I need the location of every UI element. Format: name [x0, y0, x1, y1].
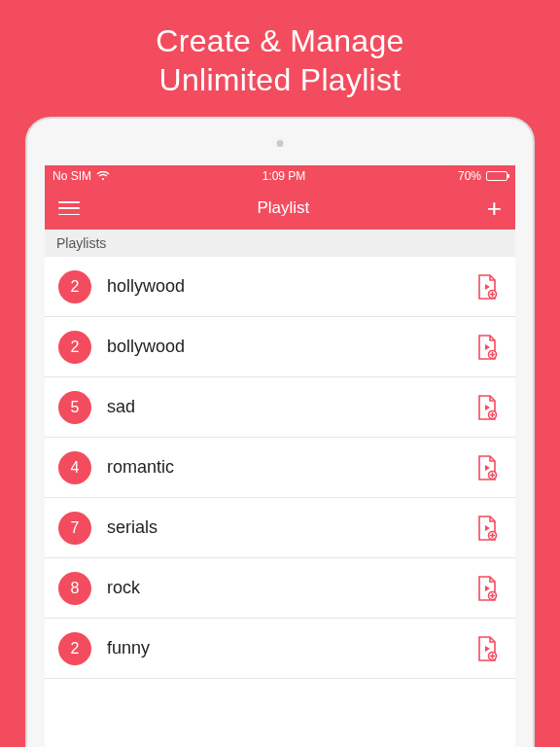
status-right: 70% — [458, 169, 508, 183]
section-header: Playlists — [45, 230, 515, 257]
promo-title: Create & Manage Unlimited Playlist — [0, 0, 560, 117]
playlist-name: serials — [91, 517, 472, 538]
carrier-label: No SIM — [52, 169, 91, 183]
playlist-name: hollywood — [91, 276, 472, 297]
playlist-row[interactable]: 2funny — [45, 619, 515, 679]
playlist-list: 2hollywood2bollywood5sad4romantic7serial… — [45, 257, 515, 747]
count-badge: 5 — [58, 391, 91, 424]
device-frame: No SIM 1:09 PM 70% Playlist + Playlists … — [25, 117, 535, 747]
device-camera — [277, 140, 284, 147]
count-badge: 2 — [58, 331, 91, 364]
count-badge: 7 — [58, 512, 91, 545]
promo-line-1: Create & Manage — [19, 21, 541, 60]
nav-bar: Playlist + — [45, 187, 515, 230]
add-button[interactable]: + — [487, 196, 502, 221]
wifi-icon — [96, 171, 110, 181]
app-screen: No SIM 1:09 PM 70% Playlist + Playlists … — [45, 165, 515, 747]
add-to-playlist-icon[interactable] — [472, 393, 502, 422]
playlist-row[interactable]: 7serials — [45, 498, 515, 558]
battery-percent: 70% — [458, 169, 481, 183]
playlist-row[interactable]: 8rock — [45, 558, 515, 619]
status-time: 1:09 PM — [262, 169, 306, 183]
playlist-row[interactable]: 4romantic — [45, 438, 515, 498]
status-bar: No SIM 1:09 PM 70% — [45, 165, 515, 187]
playlist-name: rock — [91, 578, 472, 598]
status-left: No SIM — [52, 169, 110, 183]
count-badge: 2 — [58, 632, 91, 665]
add-to-playlist-icon[interactable] — [472, 634, 502, 663]
playlist-name: romantic — [91, 457, 472, 478]
nav-title: Playlist — [257, 198, 309, 218]
playlist-row[interactable]: 2hollywood — [45, 257, 515, 317]
add-to-playlist-icon[interactable] — [472, 453, 502, 482]
add-to-playlist-icon[interactable] — [472, 574, 502, 603]
count-badge: 4 — [58, 451, 91, 484]
playlist-name: bollywood — [91, 337, 472, 357]
menu-button[interactable] — [58, 201, 80, 215]
add-to-playlist-icon[interactable] — [472, 272, 502, 302]
playlist-row[interactable]: 5sad — [45, 377, 515, 438]
count-badge: 8 — [58, 572, 91, 605]
battery-icon — [486, 171, 508, 181]
playlist-name: sad — [91, 397, 472, 417]
promo-line-2: Unlimited Playlist — [19, 60, 541, 99]
playlist-row[interactable]: 2bollywood — [45, 317, 515, 377]
playlist-name: funny — [91, 638, 472, 658]
count-badge: 2 — [58, 270, 91, 303]
add-to-playlist-icon[interactable] — [472, 333, 502, 362]
add-to-playlist-icon[interactable] — [472, 514, 502, 543]
